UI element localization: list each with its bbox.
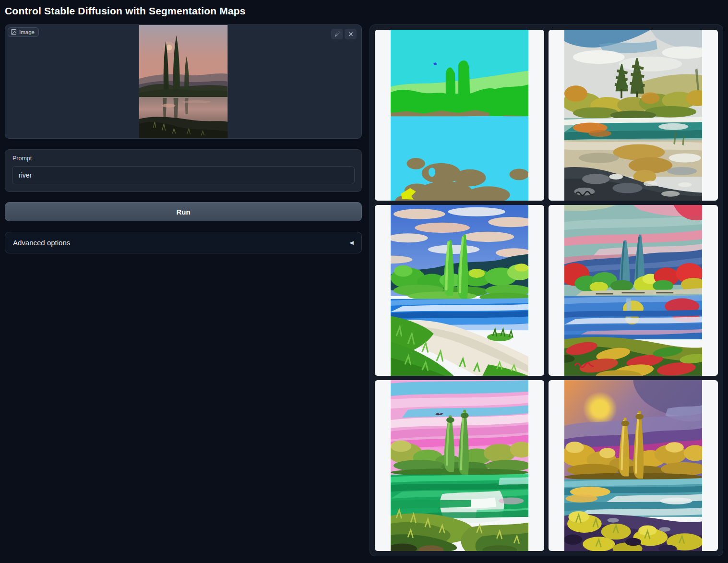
app-window: Control Stable Diffusion with Segmentati…: [0, 0, 728, 556]
gallery-item-6[interactable]: [549, 380, 718, 551]
dusk-river-photo: [139, 25, 228, 139]
close-icon: [348, 31, 354, 37]
clear-image-button[interactable]: [345, 29, 357, 39]
image-toolbar: [331, 29, 357, 39]
gallery-item-2[interactable]: [549, 30, 718, 201]
input-column: Image: [5, 24, 362, 253]
chevron-left-icon: ◀: [349, 240, 354, 246]
run-button[interactable]: Run: [5, 202, 362, 221]
main-layout: Image: [5, 24, 722, 556]
prompt-label: Prompt: [12, 155, 355, 162]
input-image-thumbnail[interactable]: [139, 25, 228, 139]
image-label-badge: Image: [8, 27, 39, 37]
edit-image-button[interactable]: [331, 29, 343, 39]
fauvist-river-image: [564, 205, 702, 376]
pink-sunset-river-image: [391, 380, 528, 551]
image-label: Image: [19, 29, 35, 35]
golden-sunset-river-image: [564, 380, 702, 551]
input-image-panel: Image: [5, 24, 362, 139]
gallery-item-4[interactable]: [549, 205, 718, 376]
output-gallery: [370, 24, 723, 556]
gallery-item-3[interactable]: [375, 205, 544, 376]
page-title: Control Stable Diffusion with Segmentati…: [5, 5, 722, 17]
image-icon: [11, 29, 17, 35]
advanced-options-label: Advanced options: [13, 239, 70, 247]
prompt-input[interactable]: [12, 166, 355, 184]
gallery-item-5[interactable]: [375, 380, 544, 551]
pencil-icon: [334, 31, 340, 37]
gallery-item-1[interactable]: [375, 30, 544, 201]
watercolor-river-image: [564, 30, 702, 201]
segmentation-map-image: [391, 30, 528, 201]
bright-river-image: [391, 205, 528, 376]
prompt-panel: Prompt: [5, 149, 362, 192]
advanced-options-accordion[interactable]: Advanced options ◀: [5, 232, 362, 253]
